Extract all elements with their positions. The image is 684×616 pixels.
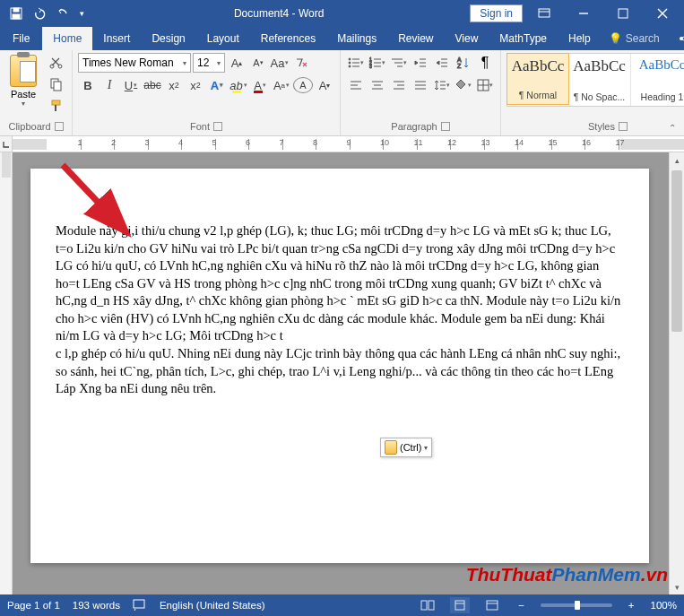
minimize-icon[interactable] [566, 1, 602, 26]
style-heading1[interactable]: AaBbCc Heading 1 [631, 54, 684, 106]
tab-insert[interactable]: Insert [92, 27, 141, 50]
font-launcher-icon[interactable] [213, 122, 222, 131]
tab-layout[interactable]: Layout [196, 27, 250, 50]
language-status[interactable]: English (United States) [160, 600, 265, 611]
ruler-number: 7 [280, 138, 284, 147]
tab-mailings[interactable]: Mailings [326, 27, 387, 50]
document-scroll[interactable]: Module này gi,i thi/u chung v2 l,p ghép … [13, 152, 669, 594]
group-font-label: Font [190, 121, 210, 132]
paste-button[interactable]: Paste ▾ [5, 53, 41, 108]
save-icon[interactable] [5, 3, 27, 24]
tab-help[interactable]: Help [558, 27, 602, 50]
subscript-button[interactable]: x2 [164, 75, 184, 95]
underline-button[interactable]: U▾ [121, 75, 141, 95]
show-marks-button[interactable]: ¶ [475, 53, 495, 73]
page-status[interactable]: Page 1 of 1 [7, 600, 60, 611]
highlight-button[interactable]: ab▾ [229, 75, 248, 95]
tab-selector-icon[interactable] [0, 136, 13, 152]
qat-customize-icon[interactable]: ▾ [75, 3, 88, 24]
web-layout-icon[interactable] [482, 597, 502, 613]
maximize-icon[interactable] [605, 1, 641, 26]
tab-mathtype[interactable]: MathType [489, 27, 558, 50]
word-count[interactable]: 193 words [73, 600, 120, 611]
close-icon[interactable] [645, 1, 680, 26]
numbering-button[interactable]: 123▾ [368, 53, 387, 73]
tab-references[interactable]: References [250, 27, 326, 50]
svg-rect-17 [54, 82, 61, 91]
zoom-in-button[interactable]: + [625, 600, 638, 611]
font-name-value: Times New Roman [82, 56, 174, 69]
paragraph[interactable]: c l,p ghép có hi/u quU. Nhing nEi dung n… [56, 345, 624, 398]
tell-me-label: Search [626, 32, 660, 45]
grow-font-button[interactable]: A▴ [227, 53, 247, 73]
paragraph[interactable]: Module này gi,i thi/u chung v2 l,p ghép … [56, 222, 624, 345]
ribbon-display-icon[interactable] [526, 1, 562, 26]
font-color-button[interactable]: A▾ [250, 75, 270, 95]
tab-view[interactable]: View [445, 27, 489, 50]
tab-home[interactable]: Home [42, 27, 92, 50]
read-mode-icon[interactable] [418, 597, 437, 613]
decrease-indent-button[interactable] [411, 53, 430, 73]
zoom-slider[interactable] [541, 603, 612, 607]
align-right-button[interactable] [389, 75, 409, 95]
print-layout-icon[interactable] [450, 597, 470, 613]
tell-me-search[interactable]: 💡 Search [602, 32, 667, 45]
borders-button[interactable]: ▾ [475, 75, 495, 95]
font-name-combo[interactable]: Times New Roman▾ [78, 53, 191, 73]
zoom-slider-thumb[interactable] [575, 601, 580, 610]
change-case-button[interactable]: Aa▾ [270, 53, 290, 73]
paragraph-launcher-icon[interactable] [441, 122, 450, 131]
vertical-scrollbar[interactable]: ▴ ▾ [669, 152, 684, 594]
lightbulb-icon: 💡 [609, 32, 622, 45]
zoom-level[interactable]: 100% [651, 600, 677, 611]
tab-design[interactable]: Design [141, 27, 195, 50]
clipboard-launcher-icon[interactable] [55, 122, 64, 131]
window-title: Document4 - Word [88, 7, 470, 20]
multilevel-list-button[interactable]: ▾ [389, 53, 409, 73]
paste-icon [10, 55, 37, 87]
italic-button[interactable]: I [100, 75, 119, 95]
bold-button[interactable]: B [78, 75, 98, 95]
svg-rect-64 [134, 600, 144, 608]
align-left-button[interactable] [346, 75, 366, 95]
copy-button[interactable] [47, 74, 66, 94]
paste-options-button[interactable]: (Ctrl) ▾ [380, 438, 432, 457]
line-spacing-button[interactable]: ▾ [432, 75, 452, 95]
scroll-down-icon[interactable]: ▾ [670, 579, 684, 594]
cut-button[interactable] [47, 53, 66, 73]
strikethrough-button[interactable]: abc [143, 75, 162, 95]
undo-icon[interactable] [29, 3, 50, 24]
sign-in-button[interactable]: Sign in [470, 4, 523, 22]
format-painter-button[interactable] [47, 96, 66, 116]
style-normal[interactable]: AaBbCc ¶ Normal [507, 53, 569, 105]
enclose-characters-button[interactable]: A [293, 77, 313, 93]
collapse-ribbon-icon[interactable]: ⌃ [664, 121, 680, 134]
shrink-font-button[interactable]: A▾ [248, 53, 268, 73]
horizontal-ruler[interactable]: 1234567891011121314151617 [0, 136, 684, 152]
character-shading-button[interactable]: Aa▾ [272, 75, 291, 95]
font-size-combo[interactable]: 12▾ [193, 53, 225, 73]
style-no-spacing[interactable]: AaBbCc ¶ No Spac... [568, 54, 631, 106]
bullets-button[interactable]: ▾ [346, 53, 366, 73]
increase-indent-button[interactable] [432, 53, 452, 73]
page[interactable]: Module này gi,i thi/u chung v2 l,p ghép … [30, 169, 649, 563]
shading-button[interactable]: ▾ [454, 75, 473, 95]
superscript-button[interactable]: x2 [186, 75, 205, 95]
share-button[interactable]: Share [671, 32, 684, 45]
spellcheck-icon[interactable] [133, 598, 147, 612]
zoom-out-button[interactable]: − [515, 600, 528, 611]
sort-button[interactable]: AZ [454, 53, 473, 73]
justify-button[interactable] [411, 75, 430, 95]
vertical-ruler[interactable] [0, 152, 13, 594]
styles-launcher-icon[interactable] [619, 122, 628, 131]
tab-review[interactable]: Review [387, 27, 444, 50]
tab-file[interactable]: File [0, 27, 42, 50]
phonetic-guide-button[interactable]: A▾ [315, 75, 334, 95]
align-center-button[interactable] [368, 75, 387, 95]
text-effects-button[interactable]: A▾ [207, 75, 227, 95]
scrollbar-thumb[interactable] [671, 170, 682, 332]
redo-icon[interactable] [52, 3, 74, 24]
scroll-up-icon[interactable]: ▴ [670, 152, 684, 168]
clear-formatting-button[interactable] [291, 53, 311, 73]
ruler-number: 6 [246, 138, 250, 147]
